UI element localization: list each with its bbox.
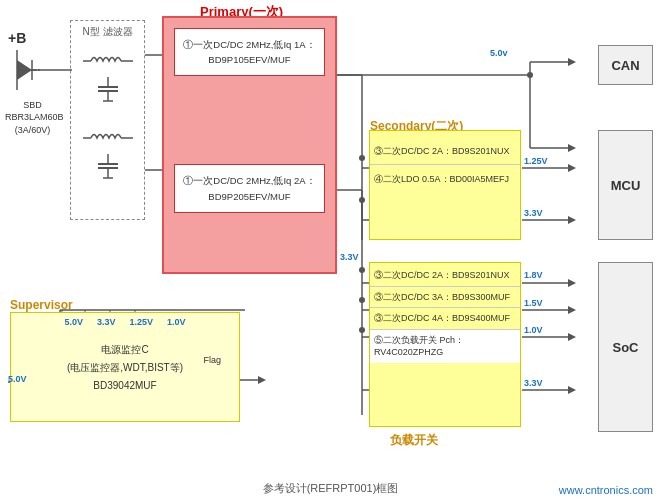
soc-block-3: ③二次DC/DC 4A：BD9S400MUF [370,308,520,330]
secondary-box: ③二次DC/DC 2A：BD9S201NUX ④二次LDO 0.5A：BD00I… [369,130,521,240]
can-output-box: CAN [598,45,653,85]
capacitor-1 [93,77,123,107]
primary-block-1: ①一次DC/DC 2MHz,低Iq 1A：BD9P105EFV/MUF [174,28,325,76]
voltage-3-3v-soc: 3.3V [340,252,359,262]
sv-1v0: 1.0V [167,317,186,327]
mcu-output-box: MCU [598,130,653,240]
voltage-5v-top: 5.0v [490,48,508,58]
svg-marker-25 [258,376,266,384]
svg-marker-34 [568,333,576,341]
voltage-3-3v-mcu: 3.3V [524,208,543,218]
footer-title: 参考设计(REFRPT001)框图 [263,481,399,496]
svg-point-36 [359,267,365,273]
soc-block-4: ⑤二次负载开关 Pch： RV4C020ZPHZG [370,330,520,363]
flag-label: Flag [203,355,221,365]
voltage-1-0v: 1.0V [524,325,543,335]
supervisor-input-voltage: 5.0V [8,374,27,384]
primary-block-2: ①一次DC/DC 2MHz,低Iq 2A：BD9P205EFV/MUF [174,164,325,212]
voltage-3-3v-ls: 3.3V [524,378,543,388]
secondary-block-2: ④二次LDO 0.5A：BD00IA5MEFJ [370,165,520,194]
svg-point-12 [359,155,365,161]
voltage-1-5v: 1.5V [524,298,543,308]
primary-box: ①一次DC/DC 2MHz,低Iq 1A：BD9P105EFV/MUF ①一次D… [162,16,337,274]
n-filter-box: N型 滤波器 [70,20,145,220]
capacitor-2 [93,154,123,184]
svg-point-38 [359,327,365,333]
svg-marker-30 [568,164,576,172]
diode-symbol [12,45,42,95]
svg-point-13 [359,197,365,203]
voltage-1-25v: 1.25V [524,156,548,166]
svg-marker-28 [568,58,576,66]
sv-5v: 5.0V [64,317,83,327]
svg-marker-32 [568,279,576,287]
svg-marker-33 [568,306,576,314]
sv-1v25: 1.25V [129,317,153,327]
svg-marker-58 [17,60,32,80]
inductor-1 [83,50,133,72]
soc-block-2: ③二次DC/DC 3A：BD9S300MUF [370,287,520,309]
svg-marker-29 [568,144,576,152]
supervisor-title: Supervisor [10,298,73,312]
svg-point-6 [527,72,533,78]
secondary-block-1: ③二次DC/DC 2A：BD9S201NUX [370,131,520,165]
supervisor-voltage-row: 5.0V 3.3V 1.25V 1.0V [11,313,239,327]
svg-marker-35 [568,386,576,394]
soc-box: ③二次DC/DC 2A：BD9S201NUX ③二次DC/DC 3A：BD9S3… [369,262,521,427]
soc-output-box: SoC [598,262,653,432]
soc-block-1: ③二次DC/DC 2A：BD9S201NUX [370,263,520,287]
sbd-label: SBD RBR3LAM60B (3A/60V) [5,100,60,137]
sv-3v3: 3.3V [97,317,116,327]
footer-website: www.cntronics.com [559,484,653,496]
n-filter-label: N型 滤波器 [83,25,133,38]
svg-point-37 [359,297,365,303]
svg-marker-31 [568,216,576,224]
inductor-2 [83,127,133,149]
load-switch-label: 负载开关 [390,432,438,449]
power-input-label: +B [8,30,26,46]
diagram-container: +B SBD RBR3LAM60B (3A/60V) N型 滤波器 [0,0,661,504]
voltage-1-8v: 1.8V [524,270,543,280]
supervisor-box: 5.0V 3.3V 1.25V 1.0V 电源监控C (电压监控器,WDT,BI… [10,312,240,422]
